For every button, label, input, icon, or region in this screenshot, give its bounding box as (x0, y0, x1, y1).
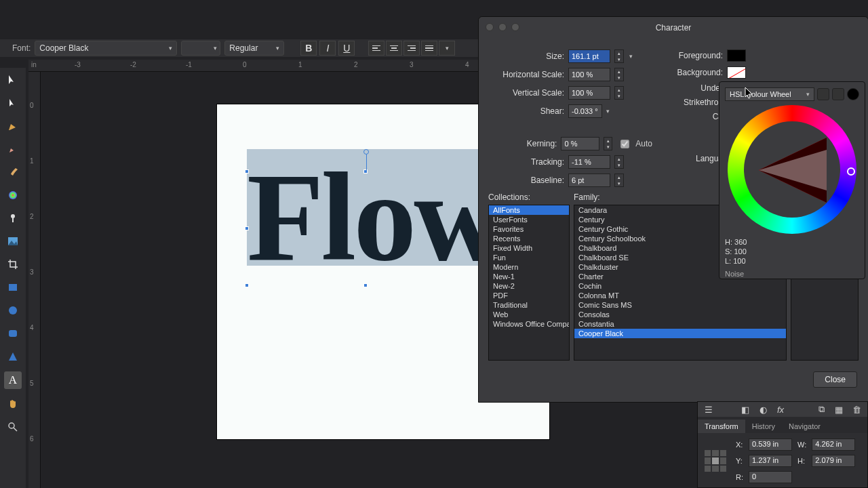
panel-titlebar[interactable]: Character (479, 17, 868, 39)
close-window-button[interactable] (486, 23, 494, 31)
artistic-text-frame[interactable]: Flow (247, 149, 518, 266)
color-mode-select[interactable]: HSL Colour Wheel▾ (725, 87, 814, 101)
y-input[interactable]: 1.237 in (749, 455, 792, 467)
color-none-icon[interactable] (817, 88, 829, 100)
selection-handle[interactable] (245, 226, 249, 230)
collection-item[interactable]: AllFonts (489, 205, 569, 215)
kerning-stepper[interactable]: ▴▾ (604, 137, 612, 150)
selection-handle[interactable] (245, 169, 249, 174)
selection-handle[interactable] (245, 283, 249, 287)
family-item[interactable]: Comic Sans MS (574, 300, 786, 310)
hue-marker[interactable] (847, 167, 855, 176)
collection-item[interactable]: Traditional (489, 300, 569, 310)
crop-tool[interactable] (5, 256, 21, 272)
collection-item[interactable]: Windows Office Compat (489, 319, 569, 329)
zoom-tool[interactable] (5, 419, 21, 435)
move-tool[interactable] (5, 72, 21, 88)
brush-tool[interactable] (5, 164, 21, 180)
family-item[interactable]: Cochin (574, 281, 786, 291)
shear-input[interactable]: -0.033 ° (568, 104, 602, 118)
rectangle-tool[interactable] (5, 279, 21, 296)
current-color-swatch[interactable] (847, 88, 859, 100)
panel-title: Character (656, 23, 692, 33)
pencil-tool[interactable] (5, 141, 21, 157)
place-image-tool[interactable] (5, 233, 21, 249)
collection-item[interactable]: UserFonts (489, 215, 569, 224)
close-button[interactable]: Close (813, 371, 857, 388)
collection-item[interactable]: New-1 (489, 272, 569, 281)
fill-tool[interactable] (5, 187, 21, 203)
family-item[interactable]: Colonna MT (574, 291, 786, 300)
layers-icon[interactable]: ☰ (703, 404, 714, 415)
x-input[interactable]: 0.539 in (749, 439, 792, 451)
ellipse-tool[interactable] (5, 302, 21, 319)
anchor-picker[interactable] (705, 450, 726, 472)
collection-item[interactable]: PDF (489, 291, 569, 300)
align-justify-button[interactable] (421, 41, 437, 56)
foreground-swatch[interactable] (727, 49, 746, 62)
pan-tool[interactable] (5, 396, 21, 412)
zoom-window-button[interactable] (511, 23, 519, 31)
hscale-stepper[interactable]: ▴▾ (614, 68, 624, 81)
rounded-rect-tool[interactable] (5, 325, 21, 342)
vscale-input[interactable]: 100 % (568, 86, 610, 100)
family-item[interactable]: Consolas (574, 310, 786, 319)
eyedropper-tool[interactable] (5, 210, 21, 226)
family-item[interactable]: Cooper Black (574, 329, 786, 338)
rotation-handle[interactable] (363, 149, 369, 155)
collections-list[interactable]: AllFontsUserFontsFavoritesRecentsFixed W… (488, 205, 570, 361)
baseline-stepper[interactable]: ▴▾ (614, 174, 624, 187)
svg-point-6 (9, 306, 17, 314)
font-weight-select[interactable]: Regular ▾ (224, 41, 284, 56)
triangle-tool[interactable] (5, 348, 21, 365)
add-icon[interactable]: ▦ (833, 404, 844, 415)
mask-icon[interactable]: ◧ (740, 404, 751, 415)
size-stepper[interactable]: ▴▾ (614, 49, 624, 63)
h-input[interactable]: 2.079 in (812, 455, 855, 467)
hsl-wheel[interactable] (728, 105, 856, 234)
kerning-input[interactable]: 0 % (561, 137, 599, 150)
text-tool[interactable]: A (4, 371, 22, 389)
panel-tabs: Transform History Navigator (698, 417, 867, 433)
selection-handle[interactable] (363, 169, 368, 174)
hscale-input[interactable]: 100 % (568, 68, 610, 81)
collection-item[interactable]: Web (489, 310, 569, 319)
adjust-icon[interactable]: ◐ (757, 404, 768, 415)
r-input[interactable]: 0 (749, 471, 792, 483)
fx-icon[interactable]: fx (775, 404, 786, 415)
align-more-button[interactable]: ▾ (439, 41, 455, 56)
collection-item[interactable]: Favorites (489, 224, 569, 234)
minimize-window-button[interactable] (498, 23, 507, 31)
align-left-button[interactable] (368, 41, 384, 56)
italic-button[interactable]: I (319, 41, 336, 56)
eyedropper-icon[interactable] (832, 88, 844, 100)
baseline-input[interactable]: 6 pt (568, 174, 610, 187)
w-input[interactable]: 4.262 in (812, 439, 855, 451)
tracking-input[interactable]: -11 % (568, 155, 610, 169)
pen-tool[interactable] (5, 118, 21, 134)
align-right-button[interactable] (403, 41, 420, 56)
trash-icon[interactable]: 🗑 (851, 404, 862, 415)
copy-icon[interactable]: ⧉ (816, 404, 827, 415)
node-tool[interactable] (5, 95, 21, 111)
tab-transform[interactable]: Transform (698, 420, 745, 433)
tab-history[interactable]: History (745, 420, 782, 433)
collection-item[interactable]: New-2 (489, 281, 569, 291)
background-swatch[interactable] (727, 66, 746, 79)
tab-navigator[interactable]: Navigator (782, 420, 827, 433)
underline-button[interactable]: U (338, 41, 355, 56)
kerning-auto-checkbox[interactable] (620, 140, 629, 148)
tracking-stepper[interactable]: ▴▾ (614, 155, 624, 169)
bold-button[interactable]: B (300, 41, 317, 56)
collection-item[interactable]: Recents (489, 234, 569, 243)
align-center-button[interactable] (386, 41, 402, 56)
collection-item[interactable]: Modern (489, 262, 569, 272)
vscale-stepper[interactable]: ▴▾ (614, 86, 624, 100)
size-input[interactable]: 161.1 pt (568, 49, 610, 63)
selection-handle[interactable] (363, 283, 368, 287)
family-item[interactable]: Constantia (574, 319, 786, 329)
collection-item[interactable]: Fixed Width (489, 243, 569, 253)
collection-item[interactable]: Fun (489, 253, 569, 262)
font-family-select[interactable]: Cooper Black ▾ (35, 41, 177, 56)
font-size-select[interactable]: ▾ (181, 41, 220, 56)
